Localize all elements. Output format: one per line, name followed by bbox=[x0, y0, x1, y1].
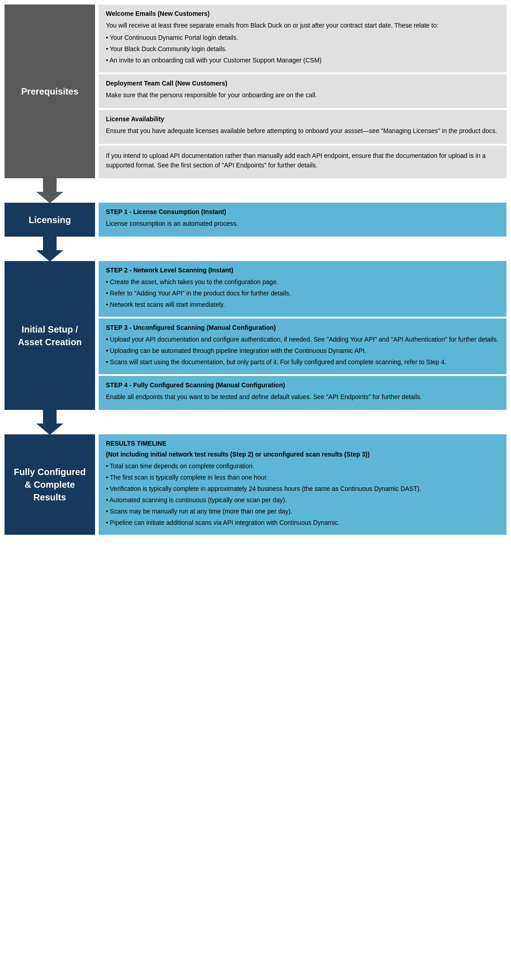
fully-configured-content: RESULTS TIMELINE (Not including initial … bbox=[95, 434, 506, 535]
licensing-label: Licensing bbox=[5, 203, 95, 237]
license-availability-para: Ensure that you have adequate licenses a… bbox=[106, 126, 499, 136]
step3-title: STEP 3 - Unconfigured Scanning (Manual C… bbox=[106, 324, 499, 331]
welcome-emails-box: Welcome Emails (New Customers) You will … bbox=[99, 5, 506, 72]
list-item: Pipeline can initiate additional scans v… bbox=[106, 518, 499, 528]
step2-box: STEP 2 - Network Level Scanning (Instant… bbox=[99, 261, 506, 317]
arrow-1 bbox=[5, 179, 506, 202]
step3-box: STEP 3 - Unconfigured Scanning (Manual C… bbox=[99, 319, 506, 374]
list-item: Verification is typically complete in ap… bbox=[106, 484, 499, 494]
results-timeline-list: Total scan time depends on complete conf… bbox=[106, 461, 499, 528]
list-item: Network test scans will start immediatel… bbox=[106, 300, 499, 309]
list-item: Total scan time depends on complete conf… bbox=[106, 461, 499, 471]
list-item: Scans will start using the documentation… bbox=[106, 357, 499, 367]
arrow-3 bbox=[5, 411, 506, 433]
fully-configured-label: Fully Configured & Complete Results bbox=[5, 434, 95, 535]
list-item: Automated scanning is continuous (typica… bbox=[106, 495, 499, 505]
arrow-2-container bbox=[5, 237, 95, 262]
deployment-team-title: Deployment Team Call (New Customers) bbox=[106, 80, 499, 87]
initial-setup-section: Initial Setup / Asset Creation STEP 2 - … bbox=[5, 261, 506, 410]
licensing-content: STEP 1 - License Consumption (Instant) L… bbox=[95, 203, 506, 237]
arrow-shaft-dark-3 bbox=[43, 410, 57, 423]
list-item: An invite to an onboarding call with you… bbox=[106, 56, 499, 65]
list-item: Your Black Duck Community login details. bbox=[106, 44, 499, 54]
step3-list: Upload your API documentation and config… bbox=[106, 335, 499, 367]
list-item: Uploading can be automated through pipel… bbox=[106, 346, 499, 356]
arrow-head-dark-3 bbox=[36, 423, 63, 435]
prerequisites-section: Prerequisites Welcome Emails (New Custom… bbox=[5, 5, 506, 178]
arrow-head bbox=[36, 192, 63, 203]
welcome-emails-title: Welcome Emails (New Customers) bbox=[106, 10, 499, 17]
arrow-3-container bbox=[5, 410, 95, 435]
arrow-head-dark bbox=[36, 250, 63, 262]
list-item: Upload your API documentation and config… bbox=[106, 335, 499, 344]
results-timeline-box: RESULTS TIMELINE (Not including initial … bbox=[99, 434, 506, 535]
fully-configured-section: Fully Configured & Complete Results RESU… bbox=[5, 434, 506, 535]
deployment-team-box: Deployment Team Call (New Customers) Mak… bbox=[99, 74, 506, 108]
arrow-down-shape bbox=[36, 178, 63, 203]
arrow-shaft-dark bbox=[43, 237, 57, 250]
page-wrapper: Prerequisites Welcome Emails (New Custom… bbox=[0, 0, 511, 539]
step2-title: STEP 2 - Network Level Scanning (Instant… bbox=[106, 266, 499, 274]
list-item: Create the asset, which takes you to the… bbox=[106, 277, 499, 287]
arrow-down-shape-2 bbox=[36, 237, 63, 262]
api-doc-box: If you intend to upload API documentatio… bbox=[99, 146, 506, 178]
arrow-down-shape-3 bbox=[36, 410, 63, 435]
welcome-emails-list: Your Continuous Dynamic Portal login det… bbox=[106, 33, 499, 65]
list-item: The first scan is typically complete in … bbox=[106, 473, 499, 482]
step4-box: STEP 4 - Fully Configured Scanning (Manu… bbox=[99, 376, 506, 410]
license-availability-title: License Availability bbox=[106, 115, 499, 123]
arrow-shaft bbox=[43, 178, 57, 192]
welcome-emails-para: You will receive at least three separate… bbox=[106, 21, 499, 30]
prerequisites-content: Welcome Emails (New Customers) You will … bbox=[95, 5, 506, 178]
initial-setup-label: Initial Setup / Asset Creation bbox=[5, 261, 95, 410]
step4-para: Enable all endpoints that you want to be… bbox=[106, 392, 499, 402]
license-availability-box: License Availability Ensure that you hav… bbox=[99, 110, 506, 144]
arrow-2 bbox=[5, 238, 506, 260]
list-item: Scans may be manually run at any time (m… bbox=[106, 507, 499, 516]
prerequisites-label: Prerequisites bbox=[5, 5, 95, 178]
results-timeline-subtitle: (Not including initial network test resu… bbox=[106, 451, 499, 458]
deployment-team-para: Make sure that the persons responsible f… bbox=[106, 90, 499, 100]
arrow-1-container bbox=[5, 178, 95, 203]
list-item: Your Continuous Dynamic Portal login det… bbox=[106, 33, 499, 43]
step1-box: STEP 1 - License Consumption (Instant) L… bbox=[99, 203, 506, 237]
licensing-section: Licensing STEP 1 - License Consumption (… bbox=[5, 203, 506, 237]
list-item: Refer to "Adding Your API" in the produc… bbox=[106, 289, 499, 298]
step1-para: License consumption is an automated proc… bbox=[106, 219, 499, 228]
initial-setup-content: STEP 2 - Network Level Scanning (Instant… bbox=[95, 261, 506, 410]
results-timeline-title: RESULTS TIMELINE bbox=[106, 440, 499, 447]
step1-title: STEP 1 - License Consumption (Instant) bbox=[106, 208, 499, 215]
api-doc-para: If you intend to upload API documentatio… bbox=[106, 151, 499, 170]
step2-list: Create the asset, which takes you to the… bbox=[106, 277, 499, 309]
step4-title: STEP 4 - Fully Configured Scanning (Manu… bbox=[106, 381, 499, 389]
